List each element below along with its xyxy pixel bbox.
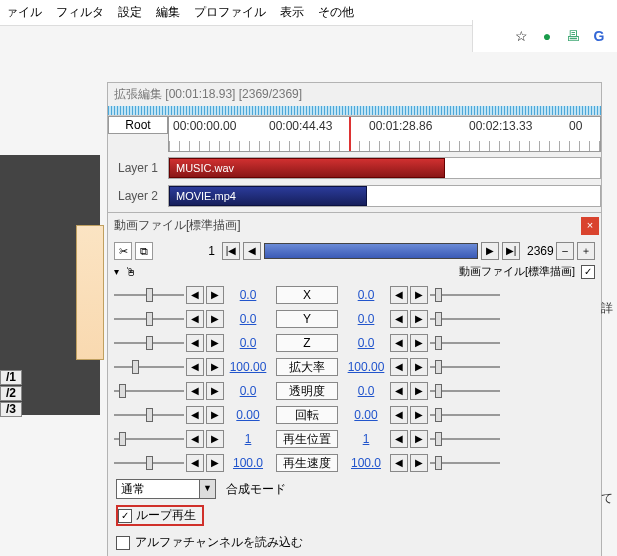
last-frame-button[interactable]: ▶| <box>502 242 520 260</box>
print-icon[interactable]: 🖶 <box>565 28 581 44</box>
inc-left-button[interactable]: ▶ <box>206 310 224 328</box>
param-name[interactable]: 回転 <box>276 406 338 424</box>
chevron-down-icon[interactable]: ▼ <box>199 480 215 498</box>
slider-left[interactable] <box>114 454 184 472</box>
value-right[interactable]: 100.0 <box>344 456 388 470</box>
dec-right-button[interactable]: ◀ <box>390 454 408 472</box>
inc-left-button[interactable]: ▶ <box>206 334 224 352</box>
value-left[interactable]: 0.0 <box>226 384 270 398</box>
layer-1-label[interactable]: Layer 1 <box>108 161 168 175</box>
slider-right[interactable] <box>430 334 500 352</box>
inc-right-button[interactable]: ▶ <box>410 430 428 448</box>
param-name[interactable]: Z <box>276 334 338 352</box>
dec-left-button[interactable]: ◀ <box>186 430 204 448</box>
close-icon[interactable]: × <box>581 217 599 235</box>
menu-view[interactable]: 表示 <box>280 4 304 21</box>
dec-left-button[interactable]: ◀ <box>186 310 204 328</box>
loop-playback-option[interactable]: ✓ ループ再生 <box>116 505 204 526</box>
sub-enable-checkbox[interactable]: ✓ <box>581 265 595 279</box>
dec-right-button[interactable]: ◀ <box>390 406 408 424</box>
menu-file[interactable]: ァイル <box>6 4 42 21</box>
mouse-icon[interactable]: 🖱 <box>125 265 137 279</box>
value-left[interactable]: 0.00 <box>226 408 270 422</box>
frame-scrubber[interactable] <box>264 243 478 259</box>
value-left[interactable]: 0.0 <box>226 336 270 350</box>
dec-left-button[interactable]: ◀ <box>186 334 204 352</box>
value-right[interactable]: 0.0 <box>344 336 388 350</box>
menu-settings[interactable]: 設定 <box>118 4 142 21</box>
dec-right-button[interactable]: ◀ <box>390 358 408 376</box>
bg-tag-3[interactable]: /3 <box>0 402 22 417</box>
scissors-icon[interactable]: ✂ <box>114 242 132 260</box>
value-right[interactable]: 0.0 <box>344 384 388 398</box>
inc-right-button[interactable]: ▶ <box>410 406 428 424</box>
extension-icon[interactable]: ● <box>539 28 555 44</box>
value-left[interactable]: 100.0 <box>226 456 270 470</box>
param-name[interactable]: X <box>276 286 338 304</box>
first-frame-button[interactable]: |◀ <box>222 242 240 260</box>
value-left[interactable]: 0.0 <box>226 312 270 326</box>
prev-frame-button[interactable]: ◀ <box>243 242 261 260</box>
param-name[interactable]: 再生速度 <box>276 454 338 472</box>
slider-right[interactable] <box>430 286 500 304</box>
slider-right[interactable] <box>430 310 500 328</box>
inc-left-button[interactable]: ▶ <box>206 430 224 448</box>
slider-left[interactable] <box>114 382 184 400</box>
menu-profile[interactable]: プロファイル <box>194 4 266 21</box>
inc-left-button[interactable]: ▶ <box>206 382 224 400</box>
menu-other[interactable]: その他 <box>318 4 354 21</box>
inc-right-button[interactable]: ▶ <box>410 310 428 328</box>
slider-left[interactable] <box>114 406 184 424</box>
dec-right-button[interactable]: ◀ <box>390 382 408 400</box>
slider-left[interactable] <box>114 334 184 352</box>
dec-right-button[interactable]: ◀ <box>390 334 408 352</box>
inc-left-button[interactable]: ▶ <box>206 358 224 376</box>
inc-left-button[interactable]: ▶ <box>206 286 224 304</box>
inc-left-button[interactable]: ▶ <box>206 406 224 424</box>
value-right[interactable]: 100.00 <box>344 360 388 374</box>
playhead[interactable] <box>349 117 351 151</box>
param-name[interactable]: 拡大率 <box>276 358 338 376</box>
next-frame-button[interactable]: ▶ <box>481 242 499 260</box>
inc-right-button[interactable]: ▶ <box>410 382 428 400</box>
blend-mode-combo[interactable]: 通常 ▼ <box>116 479 216 499</box>
frame-inc-button[interactable]: ＋ <box>577 242 595 260</box>
inc-right-button[interactable]: ▶ <box>410 358 428 376</box>
dec-right-button[interactable]: ◀ <box>390 310 408 328</box>
bg-tag-1[interactable]: /1 <box>0 370 22 385</box>
value-left[interactable]: 100.00 <box>226 360 270 374</box>
value-right[interactable]: 0.00 <box>344 408 388 422</box>
layer-1-track[interactable]: MUSIC.wav <box>168 157 601 179</box>
value-left[interactable]: 1 <box>226 432 270 446</box>
collapse-icon[interactable]: ▾ <box>114 266 119 277</box>
slider-left[interactable] <box>114 358 184 376</box>
slider-left[interactable] <box>114 286 184 304</box>
inc-right-button[interactable]: ▶ <box>410 454 428 472</box>
inc-left-button[interactable]: ▶ <box>206 454 224 472</box>
camera-icon[interactable]: ⧉ <box>135 242 153 260</box>
menu-filter[interactable]: フィルタ <box>56 4 104 21</box>
loop-checkbox[interactable]: ✓ <box>118 509 132 523</box>
menu-edit[interactable]: 編集 <box>156 4 180 21</box>
dec-left-button[interactable]: ◀ <box>186 382 204 400</box>
bg-tag-2[interactable]: /2 <box>0 386 22 401</box>
dec-right-button[interactable]: ◀ <box>390 286 408 304</box>
root-button[interactable]: Root <box>108 116 168 134</box>
google-icon[interactable]: G <box>591 28 607 44</box>
value-right[interactable]: 0.0 <box>344 288 388 302</box>
slider-right[interactable] <box>430 430 500 448</box>
clip-movie[interactable]: MOVIE.mp4 <box>169 186 367 206</box>
param-name[interactable]: Y <box>276 310 338 328</box>
param-name[interactable]: 再生位置 <box>276 430 338 448</box>
star-icon[interactable]: ☆ <box>513 28 529 44</box>
slider-right[interactable] <box>430 358 500 376</box>
value-right[interactable]: 0.0 <box>344 312 388 326</box>
value-right[interactable]: 1 <box>344 432 388 446</box>
slider-right[interactable] <box>430 454 500 472</box>
alpha-checkbox[interactable] <box>116 536 130 550</box>
frame-dec-button[interactable]: – <box>556 242 574 260</box>
layer-2-track[interactable]: MOVIE.mp4 <box>168 185 601 207</box>
slider-right[interactable] <box>430 406 500 424</box>
dec-left-button[interactable]: ◀ <box>186 454 204 472</box>
time-ruler[interactable]: 00:00:00.00 00:00:44.43 00:01:28.86 00:0… <box>168 116 601 152</box>
